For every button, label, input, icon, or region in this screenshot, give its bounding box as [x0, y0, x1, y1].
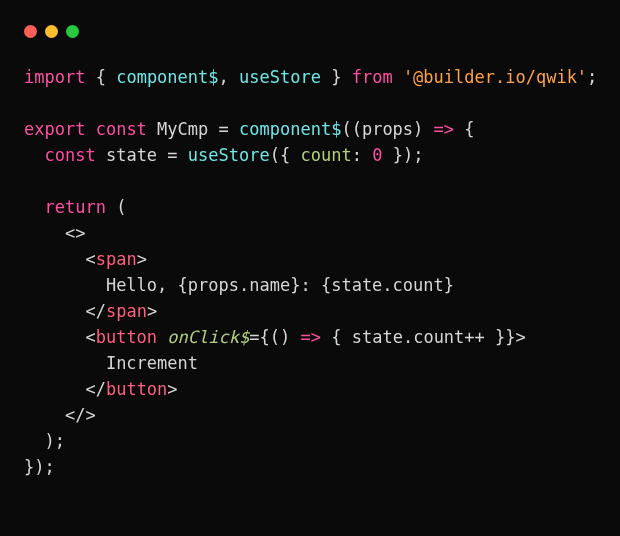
jsx-expr-open: { — [259, 327, 269, 347]
code-line: return ( — [24, 197, 126, 217]
space — [106, 67, 116, 87]
tag-open: < — [85, 249, 95, 269]
ident-component: component$ — [116, 67, 218, 87]
slash: / — [96, 301, 106, 321]
code-line: }); — [24, 457, 55, 477]
space — [341, 67, 351, 87]
code-window: import { component$, useStore } from '@b… — [0, 0, 620, 536]
code-line: </button> — [24, 379, 178, 399]
ident-count: count — [413, 327, 464, 347]
tag-close: > — [137, 249, 147, 269]
equals: = — [249, 327, 259, 347]
maximize-icon[interactable] — [66, 25, 79, 38]
brace-close: } — [393, 145, 403, 165]
paren-open: ( — [270, 327, 280, 347]
tag-button: button — [96, 327, 157, 347]
paren-open: ( — [341, 119, 351, 139]
space — [393, 67, 403, 87]
code-line: <> — [24, 223, 85, 243]
colon: : — [352, 145, 362, 165]
paren-open: ( — [116, 197, 126, 217]
jsx-expr-close: } — [290, 275, 300, 295]
ident-useStore: useStore — [239, 67, 321, 87]
code-line: export const MyCmp = component$((props) … — [24, 119, 475, 139]
tag-close: > — [167, 379, 177, 399]
space — [423, 119, 433, 139]
jsx-fragment-close: > — [85, 405, 95, 425]
ident-name: name — [249, 275, 290, 295]
space — [106, 197, 116, 217]
paren-close: ) — [413, 119, 423, 139]
space — [85, 119, 95, 139]
code-line: <button onClick$={() => { state.count++ … — [24, 327, 526, 347]
space — [362, 145, 372, 165]
code-line: const state = useStore({ count: 0 }); — [24, 145, 423, 165]
jsx-expr-open: { — [321, 275, 331, 295]
jsx-expr-close: } — [444, 275, 454, 295]
close-icon[interactable] — [24, 25, 37, 38]
equals: = — [167, 145, 177, 165]
jsx-expr-open: { — [178, 275, 188, 295]
space — [290, 327, 300, 347]
keyword-from: from — [352, 67, 393, 87]
ident-state: state — [331, 275, 382, 295]
space — [229, 67, 239, 87]
paren-open: ( — [352, 119, 362, 139]
ident-MyCmp: MyCmp — [157, 119, 208, 139]
attr-onClick: onClick$ — [167, 327, 249, 347]
space — [96, 145, 106, 165]
slash: / — [96, 379, 106, 399]
jsx-expr-close: } — [505, 327, 515, 347]
ident-props: props — [362, 119, 413, 139]
space — [178, 145, 188, 165]
jsx-fragment-close: < — [65, 405, 75, 425]
ident-state: state — [352, 327, 403, 347]
keyword-return: return — [44, 197, 105, 217]
tag-open: < — [85, 327, 95, 347]
call-useStore: useStore — [188, 145, 270, 165]
brace-close: } — [331, 67, 341, 87]
semicolon: ; — [587, 67, 597, 87]
code-line: <span> — [24, 249, 147, 269]
text-colon: : — [300, 275, 320, 295]
minimize-icon[interactable] — [45, 25, 58, 38]
brace-open: { — [464, 119, 474, 139]
tag-span: span — [96, 249, 137, 269]
jsx-fragment-open: < — [65, 223, 75, 243]
brace-open: { — [331, 327, 341, 347]
ident-state: state — [106, 145, 157, 165]
space — [147, 119, 157, 139]
brace-open: { — [96, 67, 106, 87]
equals: = — [219, 119, 229, 139]
call-component: component$ — [239, 119, 341, 139]
tag-button: button — [106, 379, 167, 399]
brace-close: } — [24, 457, 34, 477]
text-hello: Hello, — [106, 275, 178, 295]
space — [208, 119, 218, 139]
keyword-import: import — [24, 67, 85, 87]
space — [157, 327, 167, 347]
slash: / — [75, 405, 85, 425]
tag-close: > — [147, 301, 157, 321]
code-line: Increment — [24, 353, 198, 373]
dot: . — [382, 275, 392, 295]
paren-open: ( — [270, 145, 280, 165]
plusplus: ++ — [464, 327, 484, 347]
space — [454, 119, 464, 139]
tag-span: span — [106, 301, 147, 321]
keyword-const: const — [44, 145, 95, 165]
space — [290, 145, 300, 165]
paren-close: ) — [280, 327, 290, 347]
space — [321, 67, 331, 87]
brace-open: { — [280, 145, 290, 165]
arrow: => — [434, 119, 454, 139]
paren-close: ) — [403, 145, 413, 165]
keyword-const: const — [96, 119, 147, 139]
code-line: import { component$, useStore } from '@b… — [24, 67, 597, 87]
ident-count: count — [393, 275, 444, 295]
paren-close: ) — [34, 457, 44, 477]
code-block: import { component$, useStore } from '@b… — [24, 64, 596, 480]
number-zero: 0 — [372, 145, 382, 165]
keyword-export: export — [24, 119, 85, 139]
space — [382, 145, 392, 165]
